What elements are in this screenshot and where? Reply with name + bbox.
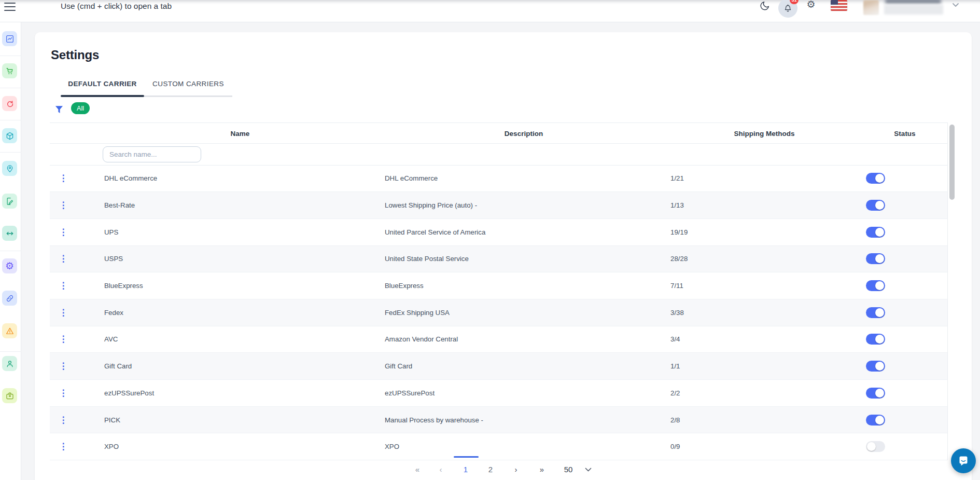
sidebar-item-transfers[interactable] [2,226,17,241]
shipping-methods-count: 19/19 [670,219,688,245]
settings-gear-button[interactable]: ⚙ [805,0,817,12]
pagination: « ‹ 1 2 › » 50 [35,457,972,480]
sidebar-item-integrations[interactable] [2,291,17,306]
toggle-knob [875,254,884,263]
row-actions-button[interactable]: ⋮ [59,219,67,245]
sidebar-item-analytics[interactable] [2,31,17,46]
column-header-description: Description [505,123,543,144]
inactive-tab-track [144,95,232,97]
row-actions-button[interactable]: ⋮ [59,246,67,272]
status-toggle[interactable] [866,334,885,345]
status-toggle[interactable] [866,415,885,426]
sidebar-item-settings[interactable]: ⚙ [2,258,17,273]
column-header-status: Status [894,123,915,144]
vertical-scrollbar[interactable] [949,125,955,200]
row-actions-button[interactable]: ⋮ [59,299,67,326]
sidebar-divider [0,120,21,120]
shipping-methods-count: 1/1 [670,353,680,379]
status-toggle[interactable] [866,253,885,264]
dark-mode-toggle[interactable] [759,0,772,12]
table-header: Name Description Shipping Methods Status [50,122,948,144]
status-toggle[interactable] [866,200,885,211]
pagination-first-button[interactable]: « [415,464,418,475]
refresh-icon [5,99,15,108]
shipping-methods-count: 1/13 [670,192,684,218]
pagination-page-1[interactable]: 1 [464,464,468,475]
row-actions-button[interactable]: ⋮ [59,380,67,406]
row-actions-button[interactable]: ⋮ [59,166,67,192]
sidebar-divider [0,351,21,352]
page-size-caret[interactable] [585,468,592,472]
pagination-prev-button[interactable]: ‹ [440,464,442,475]
carrier-description: FedEx Shipping USA [385,299,450,326]
search-name-input[interactable] [103,146,201,162]
sidebar-item-documents[interactable] [2,194,17,209]
pagination-next-button[interactable]: › [515,464,517,475]
sidebar-item-workspace[interactable] [2,388,17,403]
carrier-name: ezUPSSurePost [104,380,154,406]
page-title: Settings [51,48,99,62]
sidebar-divider [0,88,21,88]
shipping-methods-count: 1/21 [670,166,684,192]
shipping-methods-count: 0/9 [670,433,680,460]
status-toggle[interactable] [866,280,885,291]
filter-all-badge[interactable]: All [71,102,90,114]
toggle-knob [875,308,884,317]
carriers-table: Name Description Shipping Methods Status… [50,122,948,460]
status-toggle[interactable] [866,388,885,399]
page-size-select[interactable]: 50 [564,464,573,475]
carrier-name: PICK [104,407,120,433]
row-actions-button[interactable]: ⋮ [59,192,67,218]
person-icon [5,359,15,368]
carrier-description: DHL eCommerce [385,166,438,192]
pagination-last-button[interactable]: » [540,464,543,475]
tab-custom-carriers[interactable]: CUSTOM CARRIERS [144,78,232,89]
table-row: ⋮ USPS United State Postal Service 28/28 [50,246,948,273]
row-actions-button[interactable]: ⋮ [59,326,67,353]
toggle-knob [875,201,884,210]
carrier-description: ezUPSSurePost [385,380,435,406]
sidebar-item-customers[interactable] [2,356,17,371]
status-toggle[interactable] [866,441,885,452]
filter-button[interactable] [54,103,64,116]
carrier-name: Fedex [104,299,123,326]
shipping-methods-count: 2/8 [670,407,680,433]
active-page-indicator [454,456,479,458]
row-actions-button[interactable]: ⋮ [59,353,67,379]
warning-triangle-icon [5,326,15,336]
carrier-name: UPS [104,219,118,245]
row-actions-button[interactable]: ⋮ [59,433,67,460]
us-flag-icon[interactable] [831,0,847,11]
chat-launcher-button[interactable] [951,448,976,473]
sidebar-item-returns[interactable] [2,96,17,111]
row-actions-button[interactable]: ⋮ [59,272,67,299]
cart-icon [5,66,15,76]
status-toggle[interactable] [866,307,885,318]
table-row: ⋮ AVC Amazon Vendor Central 3/4 [50,326,948,353]
arrows-horizontal-icon [5,229,15,238]
sidebar-item-orders[interactable] [2,63,17,78]
toggle-knob [875,281,884,290]
carrier-name: AVC [104,326,118,353]
status-toggle[interactable] [866,227,885,238]
table-edge-divider [947,122,948,460]
briefcase-icon [5,391,15,401]
settings-card: Settings DEFAULT CARRIER CUSTOM CARRIERS… [35,32,972,480]
sidebar-item-tracking[interactable] [2,161,17,176]
table-row: ⋮ UPS United Parcel Service of America 1… [50,219,948,246]
pagination-page-2[interactable]: 2 [488,464,493,475]
bell-icon [783,3,793,14]
notifications-button[interactable]: 31 [778,0,797,18]
status-toggle[interactable] [866,173,885,184]
user-menu-button[interactable] [952,3,959,7]
status-toggle[interactable] [866,361,885,372]
sidebar-item-alerts[interactable] [2,323,17,338]
row-actions-button[interactable]: ⋮ [59,407,67,433]
avatar[interactable] [863,0,879,15]
location-pin-icon [5,164,15,173]
toggle-knob [875,362,884,371]
moon-icon [759,0,771,11]
hamburger-menu-icon[interactable] [4,3,16,13]
tab-default-carrier[interactable]: DEFAULT CARRIER [61,78,144,89]
sidebar-item-inventory[interactable] [2,128,17,143]
